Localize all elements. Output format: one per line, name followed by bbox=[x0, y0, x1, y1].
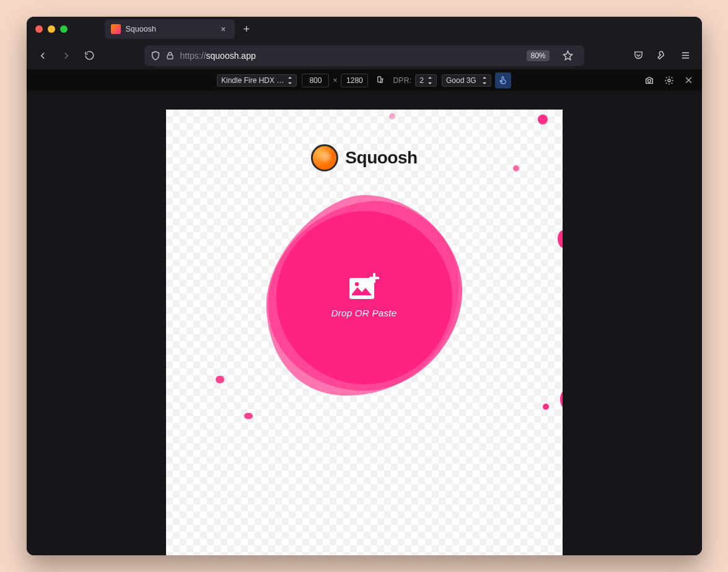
app-menu-button[interactable] bbox=[676, 46, 696, 66]
arrow-right-icon bbox=[61, 50, 72, 61]
window-controls bbox=[35, 25, 68, 33]
new-tab-button[interactable]: + bbox=[243, 23, 250, 36]
browser-window: Squoosh × + https://squoosh.app 80% bbox=[27, 17, 702, 555]
forward-button[interactable] bbox=[56, 46, 76, 66]
simulated-device-viewport[interactable]: Squoosh bbox=[166, 110, 563, 555]
tab-strip: Squoosh × + bbox=[27, 17, 702, 41]
devtools-button[interactable] bbox=[652, 46, 672, 66]
reload-icon bbox=[84, 50, 95, 61]
tab-title: Squoosh bbox=[126, 25, 214, 33]
svg-rect-7 bbox=[369, 277, 379, 279]
app-logo: Squoosh bbox=[310, 144, 417, 171]
shield-icon[interactable] bbox=[151, 51, 160, 61]
dimension-separator: × bbox=[333, 76, 337, 85]
throttle-select[interactable]: Good 3G bbox=[442, 74, 491, 87]
tab-close-button[interactable]: × bbox=[218, 24, 228, 35]
updown-caret-icon bbox=[287, 77, 292, 84]
decor-blob bbox=[543, 404, 549, 410]
arrow-left-icon bbox=[37, 50, 48, 61]
svg-rect-1 bbox=[378, 77, 381, 82]
address-bar[interactable]: https://squoosh.app 80% bbox=[144, 45, 584, 66]
zoom-badge[interactable]: 80% bbox=[527, 50, 549, 61]
updown-caret-icon bbox=[482, 77, 487, 84]
reload-button[interactable] bbox=[80, 46, 100, 66]
url-text: https://squoosh.app bbox=[180, 51, 519, 61]
decor-blob bbox=[216, 376, 224, 383]
decor-blob bbox=[513, 165, 519, 171]
hamburger-icon bbox=[680, 50, 691, 61]
rdm-close-button[interactable] bbox=[681, 72, 697, 89]
decor-blob bbox=[538, 115, 548, 124]
back-button[interactable] bbox=[33, 46, 53, 66]
pocket-icon bbox=[633, 50, 644, 61]
responsive-device-bar: Kindle Fire HDX … × DPR: 2 bbox=[27, 70, 702, 91]
touch-simulation-toggle[interactable] bbox=[495, 72, 511, 89]
drop-instruction-text: Drop OR Paste bbox=[331, 308, 397, 318]
rdm-viewport-area: Squoosh bbox=[27, 91, 702, 555]
dpr-select[interactable]: 2 bbox=[415, 74, 437, 87]
svg-rect-4 bbox=[349, 278, 374, 299]
viewport-width-input[interactable] bbox=[302, 74, 329, 87]
window-zoom-button[interactable] bbox=[60, 25, 68, 33]
logo-wordmark: Squoosh bbox=[345, 148, 417, 168]
drop-paste-target[interactable]: Drop OR Paste bbox=[253, 184, 476, 407]
logo-mark bbox=[310, 144, 338, 171]
screenshot-button[interactable] bbox=[641, 72, 657, 89]
updown-caret-icon bbox=[428, 77, 432, 84]
wrench-icon bbox=[657, 50, 667, 61]
decor-blob bbox=[244, 413, 253, 419]
image-add-icon bbox=[348, 273, 380, 301]
rotate-icon bbox=[375, 76, 385, 85]
camera-icon bbox=[644, 76, 654, 85]
nav-toolbar: https://squoosh.app 80% bbox=[27, 41, 702, 70]
svg-point-3 bbox=[668, 79, 670, 82]
drop-center: Drop OR Paste bbox=[253, 184, 476, 407]
window-close-button[interactable] bbox=[35, 25, 43, 33]
browser-tab[interactable]: Squoosh × bbox=[105, 19, 235, 39]
svg-rect-0 bbox=[167, 54, 173, 58]
viewport-height-input[interactable] bbox=[341, 74, 368, 87]
lock-icon[interactable] bbox=[165, 51, 175, 61]
touch-icon bbox=[498, 76, 507, 85]
svg-point-2 bbox=[647, 79, 651, 82]
pocket-button[interactable] bbox=[629, 46, 649, 66]
bookmark-button[interactable] bbox=[558, 46, 578, 66]
window-minimize-button[interactable] bbox=[48, 25, 55, 33]
decor-blob bbox=[389, 113, 395, 119]
gear-icon bbox=[664, 76, 674, 85]
dpr-label: DPR: bbox=[393, 76, 411, 85]
tab-favicon bbox=[111, 24, 121, 34]
svg-point-5 bbox=[354, 282, 358, 285]
close-icon bbox=[684, 76, 693, 85]
device-select[interactable]: Kindle Fire HDX … bbox=[217, 74, 297, 87]
rdm-settings-button[interactable] bbox=[661, 72, 677, 89]
rotate-button[interactable] bbox=[372, 72, 388, 89]
star-icon bbox=[563, 50, 573, 61]
